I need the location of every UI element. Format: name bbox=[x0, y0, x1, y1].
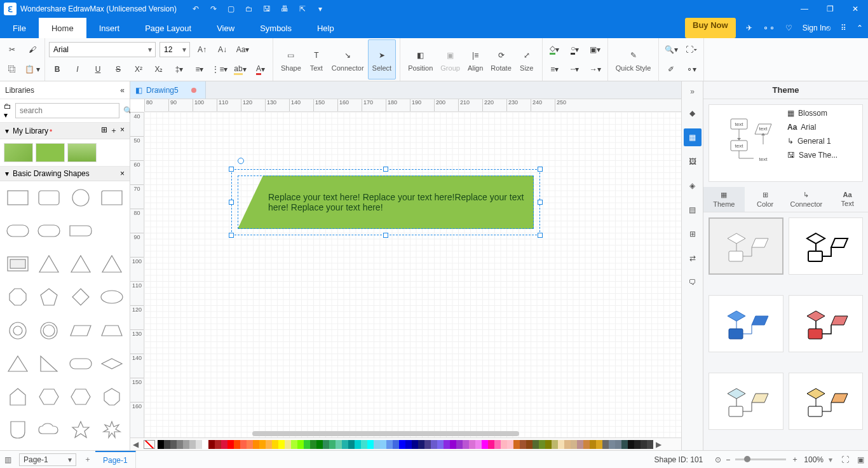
page-dropdown[interactable]: Page-1 bbox=[19, 453, 76, 466]
tab-page-layout[interactable]: Page Layout bbox=[132, 18, 204, 38]
add-page-button[interactable]: ＋ bbox=[80, 454, 95, 465]
increase-font-button[interactable]: A↑ bbox=[194, 42, 210, 57]
shape-blank[interactable] bbox=[97, 217, 128, 245]
qat-customize[interactable]: ▾ bbox=[314, 3, 327, 15]
drawing-canvas[interactable]: Replace your text here! Replace your tex… bbox=[144, 112, 681, 437]
color-swatch[interactable] bbox=[564, 440, 571, 449]
italic-button[interactable]: I bbox=[69, 62, 86, 77]
color-swatch[interactable] bbox=[475, 440, 482, 449]
color-swatch[interactable] bbox=[202, 440, 208, 449]
color-swatch[interactable] bbox=[164, 440, 170, 449]
underline-button[interactable]: U bbox=[90, 62, 106, 77]
color-swatch[interactable] bbox=[386, 440, 393, 449]
fullscreen-button[interactable]: ▣ bbox=[853, 455, 868, 464]
color-swatch[interactable] bbox=[405, 440, 412, 449]
tab-view[interactable]: View bbox=[204, 18, 247, 38]
color-swatch[interactable] bbox=[552, 440, 558, 449]
new-library-icon[interactable]: ＋ bbox=[110, 125, 118, 136]
size-button[interactable]: ⤢Size bbox=[515, 39, 538, 79]
color-swatch[interactable] bbox=[183, 440, 189, 449]
color-swatch[interactable] bbox=[221, 440, 227, 449]
theme-thumb-4[interactable] bbox=[789, 295, 864, 352]
shape-donut[interactable] bbox=[3, 317, 33, 345]
color-swatch[interactable] bbox=[278, 440, 285, 449]
color-swatch[interactable] bbox=[456, 440, 463, 449]
shape-star[interactable] bbox=[65, 416, 96, 444]
my-library-category[interactable]: ▾My Library• ⊞＋× bbox=[0, 123, 130, 139]
theme-tab-connector[interactable]: ↳Connector bbox=[786, 187, 827, 212]
color-swatch[interactable] bbox=[450, 440, 456, 449]
color-swatch[interactable] bbox=[367, 440, 374, 449]
shape-circle[interactable] bbox=[65, 184, 96, 212]
color-swatch[interactable] bbox=[393, 440, 399, 449]
theme-color-option[interactable]: ▦Blossom bbox=[787, 109, 861, 118]
shape-stadium[interactable] bbox=[3, 217, 33, 245]
line-dash-button[interactable]: ┄▾ bbox=[567, 62, 583, 77]
insert-text-button[interactable]: TText bbox=[305, 39, 328, 79]
sign-in-button[interactable]: Sign In ⎋ bbox=[797, 18, 836, 38]
close-category-icon[interactable]: × bbox=[120, 169, 125, 178]
my-shape-thumb[interactable] bbox=[36, 143, 65, 162]
library-search-input[interactable] bbox=[15, 103, 119, 118]
cut-button[interactable]: ✂ bbox=[4, 42, 20, 57]
color-swatch[interactable] bbox=[628, 440, 634, 449]
color-swatch[interactable] bbox=[177, 440, 183, 449]
color-swatch[interactable] bbox=[596, 440, 602, 449]
theme-thumb-3[interactable] bbox=[709, 295, 783, 352]
shape-cloud[interactable] bbox=[34, 416, 65, 444]
color-swatch[interactable] bbox=[215, 440, 221, 449]
shape-house[interactable] bbox=[3, 383, 33, 411]
close-library-icon[interactable]: × bbox=[120, 125, 125, 136]
shape-shield[interactable] bbox=[3, 416, 33, 444]
color-swatch[interactable] bbox=[444, 440, 450, 449]
color-swatch[interactable] bbox=[558, 440, 564, 449]
font-family-input[interactable] bbox=[50, 43, 145, 57]
color-swatch[interactable] bbox=[316, 440, 323, 449]
rotate-button[interactable]: ⟳Rotate bbox=[487, 39, 515, 79]
shape-rounded-rect[interactable] bbox=[34, 184, 65, 212]
shape-octagon[interactable] bbox=[3, 283, 33, 311]
color-swatch[interactable] bbox=[507, 440, 513, 449]
save-button[interactable]: 🖫 bbox=[261, 3, 273, 15]
theme-thumb-6[interactable] bbox=[789, 373, 864, 430]
color-swatch[interactable] bbox=[615, 440, 621, 449]
color-swatch[interactable] bbox=[621, 440, 628, 449]
theme-tab-color[interactable]: ⊞Color bbox=[745, 187, 786, 212]
layers-tool[interactable]: ◈ bbox=[684, 177, 702, 195]
shape-rectangle[interactable] bbox=[3, 184, 33, 212]
color-swatch[interactable] bbox=[494, 440, 501, 449]
bold-button[interactable]: B bbox=[49, 62, 65, 77]
add-library-icon[interactable]: ⊞ bbox=[101, 125, 107, 136]
color-swatch[interactable] bbox=[285, 440, 291, 449]
theme-thumb-1[interactable] bbox=[709, 217, 783, 275]
tab-help[interactable]: Help bbox=[304, 18, 347, 38]
resize-handle-w[interactable] bbox=[229, 200, 234, 205]
maximize-button[interactable]: ❐ bbox=[817, 0, 843, 18]
ribbon-collapse-button[interactable]: ⌃ bbox=[851, 18, 868, 38]
close-button[interactable]: ✕ bbox=[843, 0, 868, 18]
selected-shape[interactable]: Replace your text here! Replace your tex… bbox=[238, 176, 534, 229]
share-icon[interactable]: ⚬⚬ bbox=[757, 18, 780, 38]
paste-button[interactable]: 📋 ▾ bbox=[24, 62, 41, 77]
history-tool[interactable]: ⇄ bbox=[684, 249, 702, 267]
color-swatch[interactable] bbox=[571, 440, 577, 449]
tab-home[interactable]: Home bbox=[39, 18, 86, 38]
shape-triangle2[interactable] bbox=[65, 250, 96, 278]
subscript-button[interactable]: X₂ bbox=[151, 62, 167, 77]
align-shapes-button[interactable]: |≡Align bbox=[464, 39, 487, 79]
color-swatch[interactable] bbox=[247, 440, 253, 449]
tab-insert[interactable]: Insert bbox=[86, 18, 133, 38]
colorbar-prev[interactable]: ◀ bbox=[130, 440, 141, 449]
shape-frame[interactable] bbox=[3, 250, 33, 278]
shape-pill[interactable] bbox=[65, 217, 96, 245]
color-swatch[interactable] bbox=[342, 440, 348, 449]
color-swatch[interactable] bbox=[469, 440, 475, 449]
select-tool-button[interactable]: ➤Select bbox=[368, 39, 397, 79]
resize-handle-s[interactable] bbox=[383, 233, 388, 238]
color-swatch[interactable] bbox=[532, 440, 539, 449]
redo-button[interactable]: ↷ bbox=[207, 3, 220, 15]
right-panel-collapse[interactable]: » bbox=[682, 85, 703, 98]
shape-ring[interactable] bbox=[34, 317, 65, 345]
basic-shapes-category[interactable]: ▾Basic Drawing Shapes× bbox=[0, 167, 130, 181]
document-tab[interactable]: ◧ Drawing5 bbox=[130, 81, 206, 99]
